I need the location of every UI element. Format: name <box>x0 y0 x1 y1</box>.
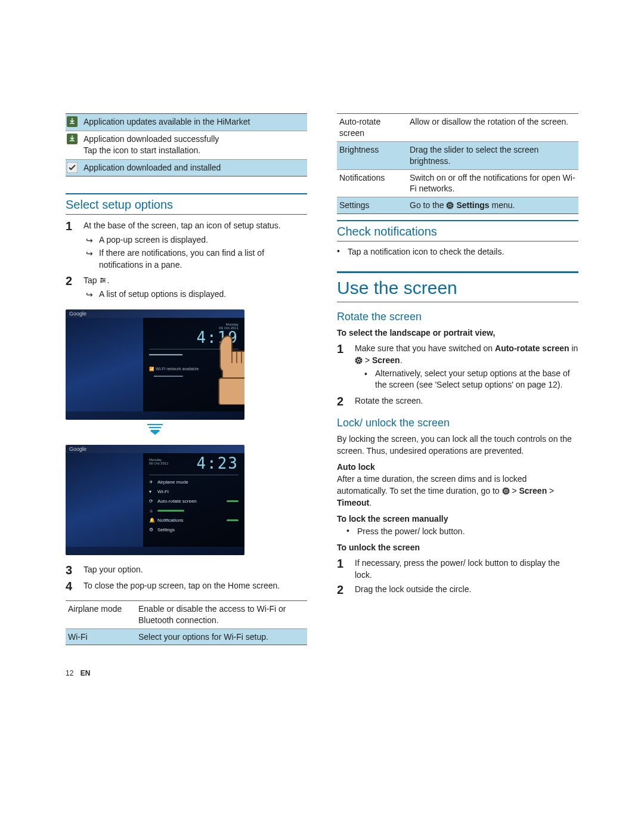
svg-line-24 <box>360 363 361 363</box>
notification-icon-legend: Application updates available in the HiM… <box>66 113 307 176</box>
step-result: If there are notifications, you can find… <box>99 247 307 271</box>
svg-point-4 <box>104 280 105 281</box>
rotate-step-2: 2 Rotate the screen. <box>337 395 578 408</box>
unlock-step-1: 1 If necessary, press the power/ lock bu… <box>337 557 578 581</box>
legend-text: Application downloaded and installed <box>83 162 306 174</box>
use-the-screen-heading: Use the screen <box>337 271 578 302</box>
pointing-hand-illustration <box>208 333 244 407</box>
page-language: EN <box>80 669 91 677</box>
bullet-text: Tap a notification icon to check the det… <box>348 246 578 258</box>
bullet-icon: • <box>346 526 357 538</box>
setup-options-table-1: Airplane mode Enable or disable the acce… <box>66 600 307 646</box>
select-setup-options-heading: Select setup options <box>66 193 307 215</box>
download-success-icon <box>67 134 83 144</box>
table-row: Auto-rotate screen Allow or disallow the… <box>337 114 578 142</box>
option-desc: Select your options for Wi-Fi setup. <box>136 629 307 645</box>
result-arrow-icon: ↪ <box>86 234 99 246</box>
step-number: 4 <box>66 580 83 593</box>
step-text: Tap <box>83 275 99 285</box>
rotate-intro: To select the landscape or portrait view… <box>337 327 578 339</box>
rotate-screen-heading: Rotate the screen <box>337 311 578 323</box>
page-footer: 12 EN <box>66 669 307 677</box>
lock-paragraph: By locking the screen, you can lock all … <box>337 433 578 457</box>
table-row: Settings Go to the Settings menu. <box>337 197 578 213</box>
installed-icon <box>67 162 83 173</box>
option-name: Auto-rotate screen <box>337 114 407 141</box>
step-text: To close the pop-up screen, tap on the H… <box>83 580 307 593</box>
gear-icon <box>355 357 363 364</box>
screenshot-notifications-pane: Google Monday06 Oct 2011 4:19 ▬▬▬▬▬▬▬▬ 📶… <box>66 309 307 420</box>
legend-row: Application downloaded successfully Tap … <box>66 131 307 160</box>
gear-icon: ⚙ <box>149 527 157 532</box>
auto-lock-label: Auto lock <box>337 462 375 472</box>
bullet-text: Press the power/ lock button. <box>357 526 578 538</box>
wifi-icon: ▾ <box>149 489 157 494</box>
table-row: Brightness Drag the slider to select the… <box>337 142 578 170</box>
legend-row: Application downloaded and installed <box>66 160 307 176</box>
down-arrow-icon <box>66 423 244 438</box>
brightness-icon: ☼ <box>149 508 157 513</box>
rotate-step-1: 1 Make sure that you have switched on Au… <box>337 342 578 392</box>
step-1: 1 At the base of the screen, tap an icon… <box>66 219 307 272</box>
legend-text: Application updates available in the HiM… <box>83 116 306 128</box>
page-number: 12 <box>66 669 73 677</box>
step-result: A list of setup options is displayed. <box>99 289 307 301</box>
svg-line-14 <box>452 208 453 208</box>
step-number: 1 <box>337 342 355 392</box>
svg-rect-6 <box>219 378 244 405</box>
step-4: 4 To close the pop-up screen, tap on the… <box>66 580 307 593</box>
result-arrow-icon: ↪ <box>86 289 99 301</box>
svg-line-23 <box>357 358 357 359</box>
lock-manual-label: To lock the screen manually <box>337 513 578 525</box>
step-2: 2 Tap . ↪ A list of setup options is dis… <box>66 274 307 302</box>
option-name: Notifications <box>337 170 407 197</box>
sliders-icon <box>99 276 107 284</box>
step-number: 3 <box>66 563 83 577</box>
step-3: 3 Tap your option. <box>66 563 307 577</box>
option-desc: Drag the slider to select the screen bri… <box>407 142 578 169</box>
unlock-step-2: 2 Drag the lock outside the circle. <box>337 583 578 597</box>
option-name: Wi-Fi <box>66 629 136 645</box>
setup-options-table-2: Auto-rotate screen Allow or disallow the… <box>337 113 578 214</box>
step-number: 1 <box>337 557 355 581</box>
rotate-icon: ⟳ <box>149 498 157 504</box>
check-notifications-heading: Check notifications <box>337 220 578 241</box>
svg-line-16 <box>452 203 453 204</box>
step-number: 1 <box>66 219 83 272</box>
svg-line-15 <box>448 208 448 208</box>
result-arrow-icon: ↪ <box>86 247 99 271</box>
step-text: Rotate the screen. <box>355 395 578 408</box>
download-available-icon <box>67 116 83 127</box>
option-name: Settings <box>337 197 407 213</box>
svg-line-13 <box>448 203 448 204</box>
bullet-text: Alternatively, select your setup options… <box>375 368 578 391</box>
auto-lock-text: After a time duration, the screen dims a… <box>337 473 578 509</box>
svg-line-35 <box>503 493 504 493</box>
step-text: Drag the lock outside the circle. <box>355 583 578 597</box>
bell-icon: 🔔 <box>149 518 157 523</box>
svg-line-36 <box>507 489 508 490</box>
table-row: Wi-Fi Select your options for Wi-Fi setu… <box>66 629 307 645</box>
gear-icon <box>502 487 510 495</box>
step-text: If necessary, press the power/ lock butt… <box>355 557 578 581</box>
svg-point-5 <box>101 281 102 283</box>
option-desc: Allow or disallow the rotation of the sc… <box>407 114 578 141</box>
step-number: 2 <box>337 395 355 408</box>
bullet-icon: • <box>364 368 375 391</box>
step-text: Tap your option. <box>83 563 307 577</box>
step-result: A pop-up screen is displayed. <box>99 234 307 246</box>
step-number: 2 <box>337 583 355 597</box>
option-desc: Go to the Settings menu. <box>407 197 578 213</box>
bullet-icon: • <box>337 246 348 258</box>
svg-line-33 <box>503 489 504 490</box>
step-number: 2 <box>66 274 83 302</box>
airplane-icon: ✈ <box>149 479 157 485</box>
svg-line-25 <box>357 363 357 363</box>
svg-line-26 <box>360 358 361 359</box>
option-desc: Enable or disable the access to Wi-Fi or… <box>136 601 307 628</box>
table-row: Airplane mode Enable or disable the acce… <box>66 601 307 629</box>
gear-icon <box>446 202 454 209</box>
svg-point-3 <box>101 278 103 279</box>
step-text: At the base of the screen, tap an icon o… <box>83 221 281 230</box>
option-name: Brightness <box>337 142 407 169</box>
